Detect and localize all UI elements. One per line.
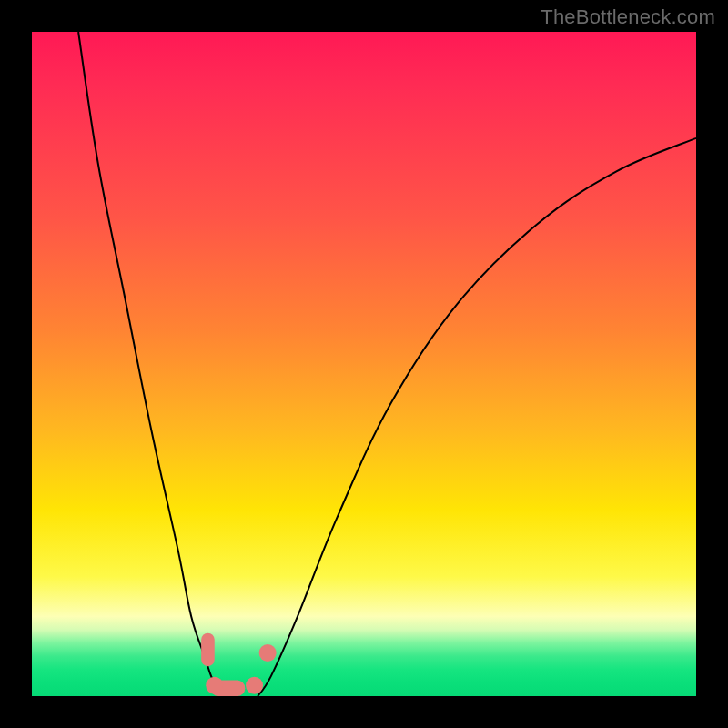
marker-dot	[259, 644, 277, 662]
chart-svg	[32, 32, 696, 696]
curve-left	[78, 32, 225, 696]
chart-frame: TheBottleneck.com	[0, 0, 728, 728]
curve-right	[258, 138, 696, 696]
marker-dot	[246, 677, 263, 694]
watermark-text: TheBottleneck.com	[541, 5, 715, 29]
marker-dot	[206, 677, 223, 694]
marker-vbar	[201, 633, 215, 667]
